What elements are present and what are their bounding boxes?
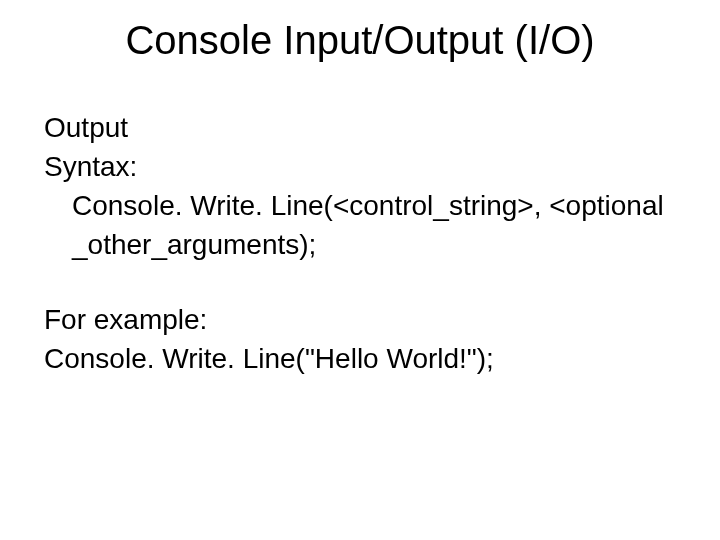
slide-title: Console Input/Output (I/O): [0, 18, 720, 63]
line-syntax-label: Syntax:: [44, 149, 676, 184]
line-example-label: For example:: [44, 302, 676, 337]
line-output: Output: [44, 110, 676, 145]
line-example-code: Console. Write. Line("Hello World!");: [44, 341, 676, 376]
line-syntax-code-1: Console. Write. Line(<control_string>, <…: [44, 188, 676, 223]
line-syntax-code-2: _other_arguments);: [44, 227, 676, 262]
slide: Console Input/Output (I/O) Output Syntax…: [0, 0, 720, 540]
slide-body: Output Syntax: Console. Write. Line(<con…: [44, 110, 676, 380]
spacer: [44, 266, 676, 302]
